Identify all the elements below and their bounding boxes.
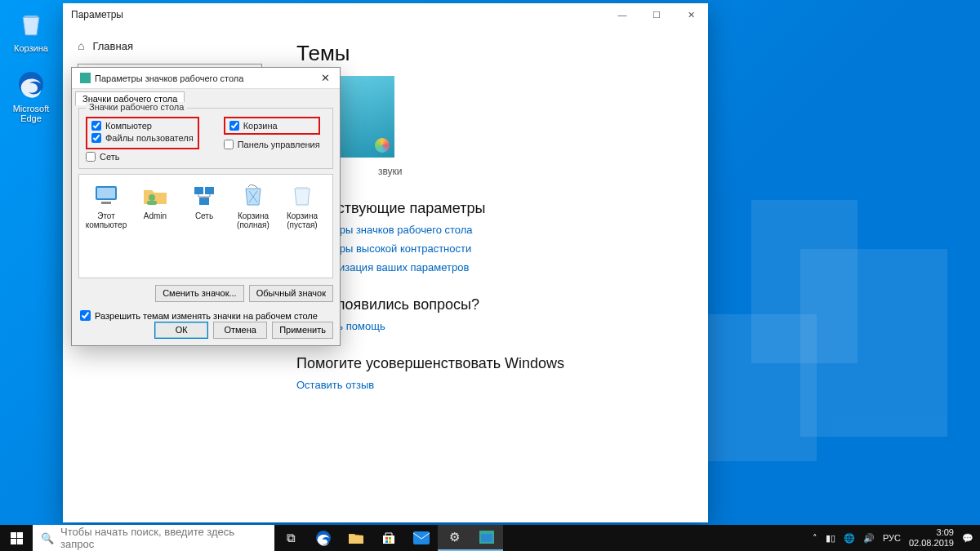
maximize-button[interactable]: ☐	[639, 3, 674, 26]
check-recycle-bin[interactable]: Корзина	[229, 121, 314, 131]
desktop-icons-dialog: Параметры значков рабочего стола ✕ Значк…	[71, 67, 341, 346]
taskbar-store[interactable]	[372, 525, 405, 551]
dialog-icon	[80, 73, 91, 83]
svg-rect-7	[205, 187, 214, 194]
recycle-empty-icon	[280, 181, 324, 209]
highlight-right: Корзина	[224, 117, 320, 135]
group-desktop-icons: Значки рабочего стола Компьютер Файлы по…	[78, 108, 333, 169]
svg-rect-13	[389, 540, 391, 543]
svg-rect-16	[481, 534, 492, 542]
tray-language[interactable]: РУС	[883, 533, 901, 543]
icon-network[interactable]: Сеть	[182, 181, 226, 220]
icon-recycle-full[interactable]: Корзина (полная)	[231, 181, 275, 229]
svg-rect-3	[101, 202, 111, 204]
dialog-title: Параметры значков рабочего стола	[95, 73, 243, 83]
change-icon-button[interactable]: Сменить значок...	[155, 285, 244, 302]
link-get-help[interactable]: Получить помощь	[296, 320, 685, 332]
search-icon: 🔍	[41, 532, 54, 544]
theme-caption: звуки	[378, 166, 685, 177]
default-icon-button[interactable]: Обычный значок	[249, 285, 333, 302]
nav-home[interactable]: ⌂ Главная	[74, 34, 265, 64]
settings-titlebar[interactable]: Параметры ― ☐ ✕	[63, 3, 708, 26]
link-sync-settings[interactable]: Синхронизация ваших параметров	[296, 261, 685, 273]
icon-preview-list: Этот компьютер Admin Сеть Корзина (полна…	[78, 174, 333, 278]
page-title: Темы	[296, 41, 685, 66]
svg-rect-10	[385, 537, 388, 540]
task-view-button[interactable]: ⧉	[274, 525, 307, 551]
check-allow-themes[interactable]: Разрешить темам изменять значки на рабоч…	[80, 310, 332, 321]
related-heading: Сопутствующие параметры	[296, 200, 685, 217]
icon-this-pc[interactable]: Этот компьютер	[84, 181, 128, 229]
check-user-files[interactable]: Файлы пользователя	[91, 133, 194, 143]
svg-rect-5	[147, 201, 157, 205]
link-high-contrast[interactable]: Параметры высокой контрастности	[296, 242, 685, 255]
dialog-titlebar[interactable]: Параметры значков рабочего стола ✕	[72, 68, 340, 89]
taskbar-edge[interactable]	[307, 525, 340, 551]
help-heading: У вас появились вопросы?	[296, 296, 685, 313]
taskbar-settings[interactable]: ⚙	[438, 525, 470, 551]
dialog-close-button[interactable]: ✕	[310, 72, 340, 84]
highlight-left: Компьютер Файлы пользователя	[86, 117, 199, 149]
svg-rect-6	[194, 187, 203, 194]
svg-rect-11	[389, 537, 391, 540]
apply-button[interactable]: Применить	[272, 322, 333, 339]
user-folder-icon	[133, 181, 177, 209]
edge-icon	[14, 67, 48, 101]
desktop-icon-edge[interactable]: Microsoft Edge	[7, 67, 56, 123]
system-tray: ˄ ▮▯ 🌐 🔊 РУС 3:09 02.08.2019 💬	[806, 525, 980, 551]
svg-rect-2	[97, 188, 115, 198]
taskbar-dialog[interactable]	[470, 525, 503, 551]
icon-recycle-empty[interactable]: Корзина (пустая)	[280, 181, 324, 229]
tray-notifications-icon[interactable]: 💬	[962, 533, 973, 544]
nav-home-label: Главная	[92, 40, 132, 52]
tray-battery-icon[interactable]: ▮▯	[826, 533, 835, 544]
tray-network-icon[interactable]: 🌐	[844, 533, 855, 544]
svg-rect-12	[385, 540, 388, 543]
clock-time: 3:09	[909, 527, 954, 538]
cancel-button[interactable]: Отмена	[213, 322, 267, 339]
minimize-button[interactable]: ―	[605, 3, 639, 26]
recycle-bin-icon	[14, 7, 48, 41]
check-network[interactable]: Сеть	[86, 152, 326, 162]
taskbar: 🔍 Чтобы начать поиск, введите здесь запр…	[0, 525, 980, 551]
pc-icon	[84, 181, 128, 209]
feedback-heading: Помогите усовершенствовать Windows	[296, 355, 685, 372]
start-button[interactable]	[0, 525, 33, 551]
desktop-icon-label: Корзина	[7, 43, 56, 53]
clock-date: 02.08.2019	[909, 538, 954, 549]
close-button[interactable]: ✕	[674, 3, 708, 26]
tray-chevron-icon[interactable]: ˄	[813, 533, 817, 544]
svg-point-4	[149, 194, 155, 201]
check-computer[interactable]: Компьютер	[91, 121, 194, 131]
tray-clock[interactable]: 3:09 02.08.2019	[909, 527, 954, 549]
window-title: Параметры	[71, 9, 123, 20]
check-control-panel[interactable]: Панель управления	[224, 140, 320, 149]
desktop-icon-label: Microsoft Edge	[7, 104, 56, 123]
taskbar-mail[interactable]	[405, 525, 438, 551]
taskbar-pinned: ⧉ ⚙	[274, 525, 503, 551]
tray-volume-icon[interactable]: 🔊	[863, 533, 875, 544]
ok-button[interactable]: ОК	[154, 322, 208, 339]
taskbar-search[interactable]: 🔍 Чтобы начать поиск, введите здесь запр…	[33, 525, 274, 551]
search-placeholder: Чтобы начать поиск, введите здесь запрос	[60, 526, 266, 550]
recycle-full-icon	[231, 181, 275, 209]
svg-rect-14	[413, 531, 430, 544]
windows-logo-icon	[11, 532, 23, 544]
group-legend: Значки рабочего стола	[86, 102, 187, 112]
home-icon: ⌂	[78, 39, 84, 52]
icon-admin[interactable]: Admin	[133, 181, 177, 220]
taskbar-explorer[interactable]	[340, 525, 372, 551]
desktop-icon-recycle-bin[interactable]: Корзина	[7, 7, 56, 53]
network-icon	[182, 181, 226, 209]
link-feedback[interactable]: Оставить отзыв	[296, 379, 685, 391]
link-desktop-icons[interactable]: Параметры значков рабочего стола	[296, 224, 685, 236]
